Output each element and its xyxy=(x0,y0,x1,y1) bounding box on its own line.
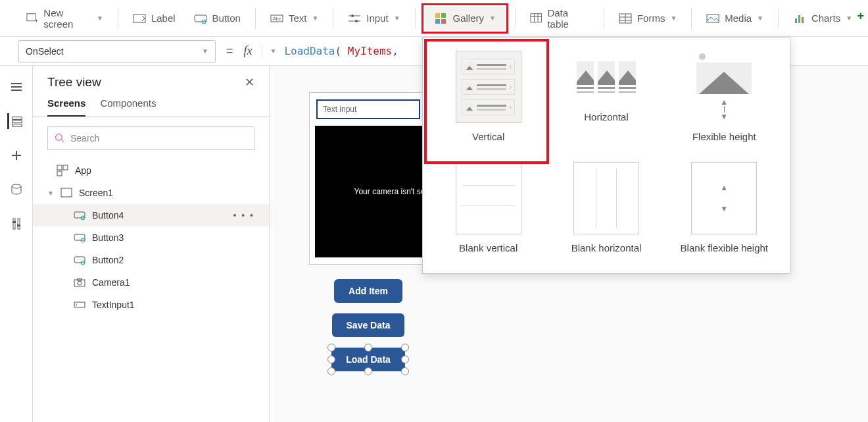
chevron-down-icon[interactable]: ▼ xyxy=(270,47,277,55)
button-label: Button xyxy=(212,13,241,24)
tree-item-app[interactable]: App xyxy=(33,159,269,182)
resize-handle[interactable] xyxy=(401,367,409,375)
svg-rect-3 xyxy=(195,15,206,22)
gallery-option-blank-flexible-height[interactable]: ▲ ▼ Blank flexible height xyxy=(665,158,783,257)
thumb-blank-vertical xyxy=(456,162,521,234)
camera-icon xyxy=(74,277,85,288)
left-rail xyxy=(0,66,33,422)
tree-item-button2[interactable]: Button2 xyxy=(33,249,269,271)
svg-rect-45 xyxy=(61,188,72,197)
svg-rect-13 xyxy=(435,19,440,24)
gallery-option-label: Blank horizontal xyxy=(571,242,642,253)
close-icon[interactable]: ✕ xyxy=(245,75,254,90)
svg-rect-37 xyxy=(18,219,20,229)
app-canvas[interactable]: Text input Your camera isn't set up, or … xyxy=(309,92,427,265)
rail-tree-view[interactable] xyxy=(7,113,23,129)
rail-tools[interactable] xyxy=(9,216,24,232)
chevron-down-icon: ▼ xyxy=(670,14,677,22)
gallery-dropdown: › › › Vertical Horizontal ▲▼ Flexible he… xyxy=(422,37,790,274)
svg-rect-26 xyxy=(802,17,804,23)
forms-button[interactable]: Forms ▼ xyxy=(611,8,685,29)
tree-search[interactable]: Search xyxy=(47,126,254,150)
button-button[interactable]: Button xyxy=(186,8,249,29)
gallery-icon xyxy=(434,12,447,25)
canvas-text-input[interactable]: Text input xyxy=(316,99,420,119)
svg-point-10 xyxy=(355,20,358,22)
svg-rect-15 xyxy=(531,13,542,22)
text-button[interactable]: Abc Text ▼ xyxy=(262,8,326,29)
chevron-down-icon: ▼ xyxy=(489,14,496,22)
tree-title: Tree view xyxy=(47,75,101,90)
svg-point-40 xyxy=(56,134,62,141)
svg-point-53 xyxy=(78,281,82,285)
tree-item-button3[interactable]: Button3 xyxy=(33,226,269,249)
gallery-option-vertical[interactable]: › › › Vertical xyxy=(429,47,547,146)
svg-text:Abc: Abc xyxy=(273,16,281,21)
text-icon: Abc xyxy=(270,12,283,25)
gallery-label: Gallery xyxy=(452,13,484,24)
svg-rect-38 xyxy=(12,221,16,223)
svg-rect-23 xyxy=(707,14,719,22)
rail-data[interactable] xyxy=(9,182,24,198)
button-icon xyxy=(74,254,85,266)
rail-hamburger[interactable] xyxy=(9,79,24,95)
chevron-down-icon: ▼ xyxy=(394,14,400,22)
property-selector[interactable]: OnSelect ▼ xyxy=(18,40,216,63)
svg-rect-11 xyxy=(435,13,440,18)
gallery-option-blank-horizontal[interactable]: Blank horizontal xyxy=(547,158,665,257)
tree-tabs: Screens Components xyxy=(33,97,269,117)
separator xyxy=(255,8,256,29)
button-icon xyxy=(194,12,207,25)
tree-item-camera1[interactable]: Camera1 xyxy=(33,271,269,294)
text-input-icon xyxy=(74,299,85,311)
svg-rect-36 xyxy=(13,219,15,229)
separator xyxy=(691,8,692,29)
svg-rect-31 xyxy=(12,120,22,123)
data-table-button[interactable]: Data table xyxy=(522,3,597,34)
charts-button[interactable]: Charts ▼ xyxy=(785,8,860,29)
svg-line-41 xyxy=(61,140,64,142)
input-button[interactable]: Input ▼ xyxy=(340,8,408,29)
resize-handle[interactable] xyxy=(327,367,335,375)
svg-rect-24 xyxy=(795,18,797,23)
selected-control[interactable]: Load Data xyxy=(331,348,405,371)
separator xyxy=(415,8,416,29)
media-label: Media xyxy=(725,13,752,24)
tree-item-label: Button4 xyxy=(92,210,124,221)
more-icon[interactable]: • • • xyxy=(233,210,254,221)
resize-handle[interactable] xyxy=(364,367,372,375)
tab-screens[interactable]: Screens xyxy=(47,97,85,117)
tab-components[interactable]: Components xyxy=(100,97,156,117)
canvas-camera[interactable]: Your camera isn't set up, or you're xyxy=(315,126,427,257)
rail-insert[interactable] xyxy=(9,147,24,163)
formula-input[interactable]: LoadData( MyItems, xyxy=(284,45,398,57)
data-table-icon xyxy=(530,12,542,25)
gallery-button[interactable]: Gallery ▼ xyxy=(425,7,504,30)
gallery-option-label: Flexible height xyxy=(692,131,756,142)
search-placeholder: Search xyxy=(70,133,99,144)
thumb-vertical: › › › xyxy=(456,51,521,123)
canvas-add-item-button[interactable]: Add Item xyxy=(334,279,402,303)
tree-item-textinput1[interactable]: TextInput1 xyxy=(33,294,269,316)
chevron-down-icon[interactable]: ▼ xyxy=(47,190,54,197)
gallery-option-blank-vertical[interactable]: Blank vertical xyxy=(429,158,547,257)
new-screen-button[interactable]: + New screen ▼ xyxy=(18,3,111,34)
add-icon[interactable]: + xyxy=(857,9,864,23)
label-button[interactable]: Label xyxy=(125,8,183,29)
tree-item-screen1[interactable]: ▼ Screen1 xyxy=(33,182,269,204)
resize-handle[interactable] xyxy=(401,356,409,363)
gallery-option-horizontal[interactable]: Horizontal xyxy=(547,47,665,146)
resize-handle[interactable] xyxy=(364,344,372,352)
thumb-horizontal xyxy=(573,51,639,103)
thumb-blank-horizontal xyxy=(573,162,639,234)
gallery-option-label: Blank vertical xyxy=(459,242,518,253)
tree-item-label: Screen1 xyxy=(79,188,113,198)
canvas-save-data-button[interactable]: Save Data xyxy=(332,313,405,337)
media-button[interactable]: Media ▼ xyxy=(698,8,771,29)
svg-rect-32 xyxy=(12,124,22,127)
resize-handle[interactable] xyxy=(401,344,409,352)
label-icon xyxy=(133,12,146,25)
svg-text:+: + xyxy=(35,17,38,24)
gallery-option-flexible-height[interactable]: ▲▼ Flexible height xyxy=(665,47,783,146)
tree-item-button4[interactable]: Button4 • • • xyxy=(33,204,269,226)
